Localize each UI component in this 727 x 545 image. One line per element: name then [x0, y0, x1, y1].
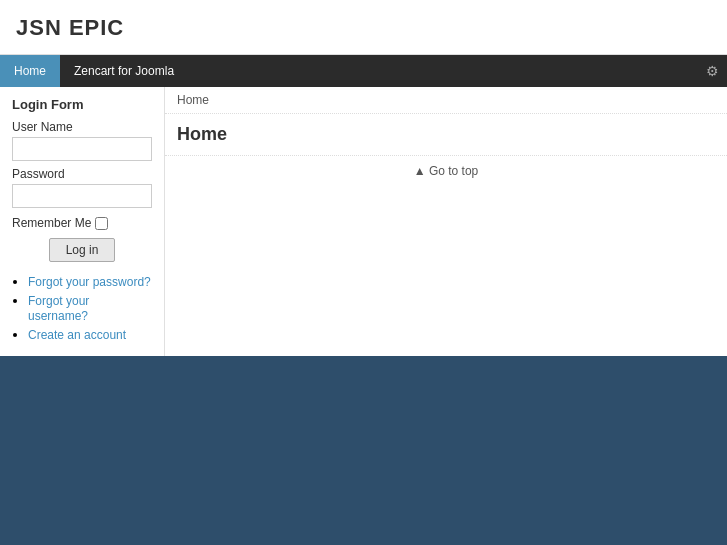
remember-me-label: Remember Me: [12, 216, 91, 230]
footer-background: [0, 356, 727, 545]
breadcrumb: Home: [165, 87, 727, 114]
password-input[interactable]: [12, 184, 152, 208]
login-button[interactable]: Log in: [49, 238, 116, 262]
go-to-top: ▲ Go to top: [165, 156, 727, 186]
sidebar-links: Forgot your password? Forgot your userna…: [12, 274, 152, 342]
go-to-top-link[interactable]: ▲ Go to top: [414, 164, 479, 178]
list-item: Forgot your password?: [28, 274, 152, 289]
create-account-link[interactable]: Create an account: [28, 328, 126, 342]
page-heading: Home: [165, 114, 727, 156]
main-content: Home Home ▲ Go to top: [165, 87, 727, 356]
site-title: JSN EPIC: [16, 15, 124, 41]
password-label: Password: [12, 167, 152, 181]
nav-zencart[interactable]: Zencart for Joomla: [60, 55, 188, 87]
gear-icon[interactable]: ⚙: [706, 63, 719, 79]
login-form-title: Login Form: [12, 97, 152, 112]
remember-me-checkbox[interactable]: [95, 217, 108, 230]
navbar: Home Zencart for Joomla ⚙: [0, 55, 727, 87]
header: JSN EPIC: [0, 0, 727, 55]
list-item: Forgot your username?: [28, 293, 152, 323]
username-input[interactable]: [12, 137, 152, 161]
nav-home[interactable]: Home: [0, 55, 60, 87]
content-wrapper: Login Form User Name Password Remember M…: [0, 87, 727, 356]
remember-me-row: Remember Me: [12, 216, 152, 230]
forgot-password-link[interactable]: Forgot your password?: [28, 275, 151, 289]
username-label: User Name: [12, 120, 152, 134]
forgot-username-link[interactable]: Forgot your username?: [28, 294, 89, 323]
list-item: Create an account: [28, 327, 152, 342]
sidebar: Login Form User Name Password Remember M…: [0, 87, 165, 356]
